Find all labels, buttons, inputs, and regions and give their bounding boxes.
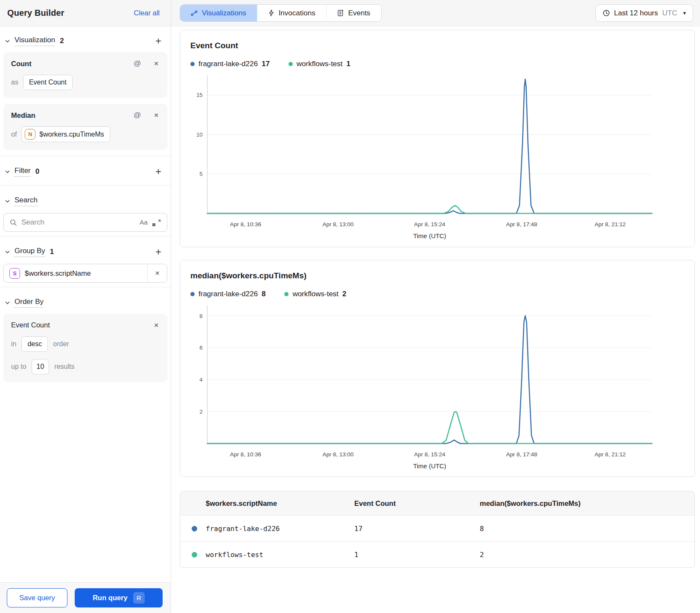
svg-text:6: 6 xyxy=(199,344,202,351)
query-builder-sidebar: Query Builder Clear all Visualization 2 … xyxy=(0,0,171,613)
remove-count-visualization-button[interactable]: ✕ xyxy=(143,60,160,67)
run-shortcut-key: R xyxy=(133,592,145,604)
table-body: fragrant-lake-d226178workflows-test12 xyxy=(180,515,694,567)
svg-text:Apr 8, 10:36: Apr 8, 10:36 xyxy=(230,451,261,457)
svg-text:Apr 8, 21:12: Apr 8, 21:12 xyxy=(595,221,626,228)
divider xyxy=(0,236,171,236)
line-chart-icon xyxy=(191,10,198,16)
svg-text:2: 2 xyxy=(199,409,202,415)
regex-asterisk: * xyxy=(158,217,161,227)
table-cell: 17 xyxy=(354,525,480,533)
remove-median-visualization-button[interactable]: ✕ xyxy=(143,112,160,119)
table-row[interactable]: workflows-test12 xyxy=(180,541,694,567)
view-tabs: VisualizationsInvocationsEvents xyxy=(180,4,382,22)
field-name: $workers.cpuTimeMs xyxy=(39,131,104,138)
divider xyxy=(0,185,171,186)
time-range-dropdown[interactable]: Last 12 hours UTC ▾ xyxy=(595,4,694,22)
series-color-dot xyxy=(192,526,197,531)
lightning-icon xyxy=(268,9,274,17)
chevron-down-icon[interactable] xyxy=(4,169,11,175)
svg-text:8: 8 xyxy=(199,312,202,319)
svg-text:5: 5 xyxy=(199,171,202,177)
of-label: of xyxy=(11,131,17,138)
legend-item-fragrant-lake-d226[interactable]: fragrant-lake-d2268 xyxy=(190,290,265,298)
results-table: $workers.scriptNameEvent Countmedian($wo… xyxy=(180,491,695,568)
table-row[interactable]: fragrant-lake-d226178 xyxy=(180,515,694,541)
group-by-field-row[interactable]: S $workers.scriptName ✕ xyxy=(3,264,167,283)
svg-text:Apr 8, 15:24: Apr 8, 15:24 xyxy=(414,221,446,228)
group-by-count: 1 xyxy=(50,248,54,256)
svg-text:Time (UTC): Time (UTC) xyxy=(413,233,446,239)
filter-count: 0 xyxy=(35,167,39,176)
add-group-by-button[interactable]: + xyxy=(152,247,165,257)
reference-icon[interactable]: @ xyxy=(131,59,143,68)
run-query-button[interactable]: Run query R xyxy=(75,588,163,607)
svg-text:Apr 8, 13:00: Apr 8, 13:00 xyxy=(322,221,353,228)
median-cpu-line-chart: 2468Apr 8, 10:36Apr 8, 13:00Apr 8, 15:24… xyxy=(190,304,684,473)
divider xyxy=(0,287,171,287)
tab-events[interactable]: Events xyxy=(326,5,381,21)
order-by-section-header: Order By xyxy=(3,291,167,313)
visualization-card-count: Count @ ✕ as Event Count xyxy=(3,52,167,98)
up-to-label: up to xyxy=(11,363,26,371)
table-cell: 8 xyxy=(480,525,694,533)
events-doc-icon xyxy=(337,9,344,17)
remove-group-by-button[interactable]: ✕ xyxy=(147,264,167,282)
number-type-icon: N xyxy=(25,129,35,140)
table-column-header: Event Count xyxy=(354,499,480,508)
search-input[interactable] xyxy=(21,218,135,227)
legend-item-workflows-test[interactable]: workflows-test1 xyxy=(289,60,350,68)
legend-item-fragrant-lake-d226[interactable]: fragrant-lake-d22617 xyxy=(190,60,270,68)
table-column-header: $workers.scriptName xyxy=(206,499,354,508)
regex-toggle[interactable]: * xyxy=(152,218,161,227)
match-case-toggle[interactable]: Aa xyxy=(140,219,148,226)
svg-text:Apr 8, 15:24: Apr 8, 15:24 xyxy=(414,451,446,457)
page-title: Query Builder xyxy=(7,8,64,18)
reference-icon[interactable]: @ xyxy=(131,111,143,120)
regex-square xyxy=(152,223,155,226)
save-query-button[interactable]: Save query xyxy=(7,588,67,607)
top-toolbar: VisualizationsInvocationsEvents Last 12 … xyxy=(171,0,700,26)
clear-all-link[interactable]: Clear all xyxy=(134,9,160,17)
order-label: order xyxy=(53,340,69,348)
chart-title: Event Count xyxy=(190,41,684,50)
series-name: fragrant-lake-d226 xyxy=(198,290,258,298)
alias-chip[interactable]: Event Count xyxy=(23,75,73,90)
table-cell: fragrant-lake-d226 xyxy=(206,525,354,533)
caret-down-icon: ▾ xyxy=(683,10,686,16)
tab-label: Visualizations xyxy=(202,9,246,18)
svg-text:Apr 8, 17:48: Apr 8, 17:48 xyxy=(506,451,537,457)
tab-visualizations[interactable]: Visualizations xyxy=(180,5,257,21)
series-name: workflows-test xyxy=(292,290,338,298)
group-by-section-label: Group By xyxy=(15,247,45,257)
chevron-down-icon[interactable] xyxy=(4,249,11,255)
series-total: 1 xyxy=(347,60,350,68)
table-cell: 1 xyxy=(354,551,480,559)
clock-icon xyxy=(603,9,610,17)
timezone-label: UTC xyxy=(662,9,677,18)
add-visualization-button[interactable]: + xyxy=(152,36,165,46)
event-count-chart-card: Event Count fragrant-lake-d22617workflow… xyxy=(180,30,695,247)
tab-invocations[interactable]: Invocations xyxy=(257,5,326,21)
table-column-header: median($workers.cpuTimeMs) xyxy=(480,499,694,508)
series-color-dot xyxy=(192,552,197,558)
sidebar-header: Query Builder Clear all xyxy=(0,0,171,26)
as-label: as xyxy=(11,79,18,86)
add-filter-button[interactable]: + xyxy=(152,166,165,177)
chevron-down-icon[interactable] xyxy=(4,300,11,306)
limit-input[interactable]: 10 xyxy=(32,359,50,374)
group-by-field-name: $workers.scriptName xyxy=(25,269,91,277)
search-section-header: Search xyxy=(3,189,167,211)
legend-item-workflows-test[interactable]: workflows-test2 xyxy=(284,290,346,298)
chevron-down-icon[interactable] xyxy=(4,198,11,204)
sidebar-body: Visualization 2 + Count @ ✕ as Event Cou… xyxy=(0,26,171,582)
remove-order-by-button[interactable]: ✕ xyxy=(143,322,160,329)
field-chip[interactable]: N $workers.cpuTimeMs xyxy=(21,126,110,142)
svg-text:Time (UTC): Time (UTC) xyxy=(413,462,446,469)
svg-text:4: 4 xyxy=(199,377,203,383)
aggregation-name: Median xyxy=(11,111,35,120)
chevron-down-icon[interactable] xyxy=(4,38,11,44)
direction-select[interactable]: desc xyxy=(21,336,48,352)
event-count-line-chart: 51015Apr 8, 10:36Apr 8, 13:00Apr 8, 15:2… xyxy=(190,73,684,243)
series-color-dot xyxy=(289,62,293,66)
